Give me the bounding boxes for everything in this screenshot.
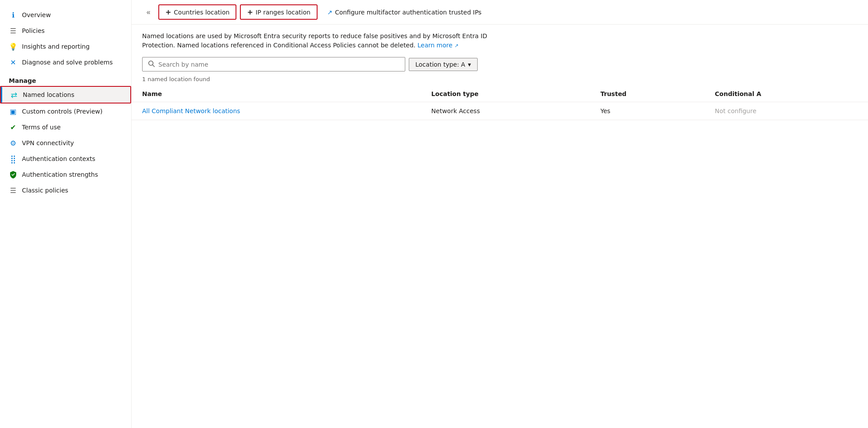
bulb-icon: 💡: [9, 42, 18, 51]
description-text: Named locations are used by Microsoft En…: [132, 25, 526, 54]
sidebar-item-terms-of-use[interactable]: ✔ Terms of use: [0, 119, 131, 135]
sidebar-item-custom-controls[interactable]: ▣ Custom controls (Preview): [0, 103, 131, 119]
col-name: Name: [132, 86, 421, 102]
countries-btn-label: Countries location: [174, 9, 229, 16]
external-link-icon-small: ↗: [454, 43, 458, 49]
sidebar-item-overview-label: Overview: [22, 11, 51, 18]
list-icon: ☰: [9, 26, 18, 35]
learn-more-label: Learn more: [418, 42, 453, 49]
sidebar-item-classic[interactable]: ☰ Classic policies: [0, 182, 131, 198]
col-conditional: Conditional A: [704, 86, 868, 102]
row-name[interactable]: All Compliant Network locations: [132, 102, 421, 120]
chevron-down-icon: ▾: [468, 61, 471, 68]
sidebar-item-diagnose-label: Diagnose and solve problems: [22, 59, 113, 66]
map-icon: ⇄: [10, 90, 18, 99]
search-input[interactable]: [158, 61, 400, 68]
controls-icon: ▣: [9, 107, 18, 116]
configure-mfa-button[interactable]: ↗ Configure multifactor authentication t…: [321, 6, 488, 18]
sidebar-item-overview[interactable]: ℹ Overview: [0, 7, 131, 23]
wrench-icon: ✕: [9, 58, 18, 67]
sidebar-item-terms-label: Terms of use: [22, 124, 61, 131]
ip-ranges-btn-label: IP ranges location: [256, 9, 311, 16]
sidebar-item-auth-strengths-label: Authentication strengths: [22, 171, 98, 178]
sidebar-item-diagnose[interactable]: ✕ Diagnose and solve problems: [0, 54, 131, 70]
toolbar: « + Countries location + IP ranges locat…: [132, 0, 868, 25]
countries-location-button[interactable]: + Countries location: [158, 4, 237, 20]
classic-icon: ☰: [9, 186, 18, 195]
sidebar-item-auth-contexts[interactable]: ⣿ Authentication contexts: [0, 151, 131, 167]
search-row: Location type: A ▾: [132, 54, 868, 73]
sidebar-item-named-locations[interactable]: ⇄ Named locations: [0, 86, 131, 103]
search-box[interactable]: [142, 57, 405, 71]
location-type-filter[interactable]: Location type: A ▾: [409, 58, 478, 71]
table-header-row: Name Location type Trusted Conditional A: [132, 86, 868, 102]
learn-more-link[interactable]: Learn more ↗: [418, 42, 459, 49]
row-conditional: Not configure: [704, 102, 868, 120]
plus-icon-countries: +: [165, 8, 171, 16]
sidebar-item-policies[interactable]: ☰ Policies: [0, 23, 131, 39]
sidebar-item-insights[interactable]: 💡 Insights and reporting: [0, 39, 131, 54]
sidebar-item-auth-contexts-label: Authentication contexts: [22, 155, 95, 162]
row-location-type: Network Access: [421, 102, 590, 120]
sidebar-item-named-locations-label: Named locations: [23, 91, 74, 98]
sidebar-item-auth-strengths[interactable]: Authentication strengths: [0, 167, 131, 182]
ip-ranges-button[interactable]: + IP ranges location: [240, 4, 317, 20]
search-icon: [148, 60, 155, 68]
auth-contexts-icon: ⣿: [9, 154, 18, 163]
main-content: « + Countries location + IP ranges locat…: [132, 0, 868, 428]
plus-icon-ip: +: [247, 8, 253, 16]
sidebar-item-custom-controls-label: Custom controls (Preview): [22, 108, 103, 115]
sidebar-item-vpn-label: VPN connectivity: [22, 139, 74, 146]
table-row: All Compliant Network locations Network …: [132, 102, 868, 120]
result-count: 1 named location found: [132, 73, 868, 84]
filter-label: Location type: A: [415, 61, 465, 68]
sidebar-item-policies-label: Policies: [22, 27, 45, 34]
sidebar-item-classic-label: Classic policies: [22, 187, 68, 194]
row-trusted: Yes: [590, 102, 704, 120]
sidebar: ℹ Overview ☰ Policies 💡 Insights and rep…: [0, 0, 132, 428]
shield-icon: [9, 170, 18, 179]
configure-btn-label: Configure multifactor authentication tru…: [335, 9, 482, 16]
check-icon: ✔: [9, 123, 18, 132]
col-location-type: Location type: [421, 86, 590, 102]
svg-line-1: [153, 65, 154, 67]
external-link-icon: ↗: [327, 9, 332, 16]
named-locations-table: Name Location type Trusted Conditional A…: [132, 86, 868, 120]
sidebar-item-insights-label: Insights and reporting: [22, 43, 89, 50]
manage-section-label: Manage: [0, 70, 131, 86]
collapse-button[interactable]: «: [142, 6, 155, 19]
gear-icon: ⚙: [9, 139, 18, 147]
col-trusted: Trusted: [590, 86, 704, 102]
info-icon: ℹ: [9, 11, 18, 19]
sidebar-item-vpn[interactable]: ⚙ VPN connectivity: [0, 135, 131, 151]
